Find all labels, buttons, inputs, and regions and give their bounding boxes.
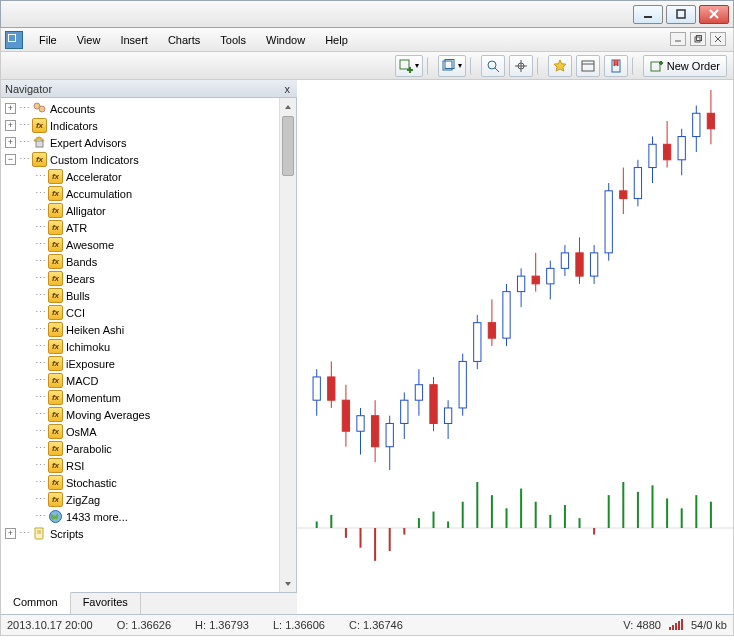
window-minimize-button[interactable] bbox=[633, 5, 663, 24]
fx-icon: fx bbox=[48, 271, 63, 286]
toolbar-bookmark-button[interactable] bbox=[604, 55, 628, 77]
menu-file[interactable]: File bbox=[29, 31, 67, 49]
mdi-minimize-button[interactable] bbox=[670, 32, 686, 46]
expand-icon[interactable]: + bbox=[5, 137, 16, 148]
window-maximize-button[interactable] bbox=[666, 5, 696, 24]
expand-icon[interactable]: + bbox=[5, 528, 16, 539]
tree-more[interactable]: ⋯1433 more... bbox=[3, 508, 278, 525]
menu-window[interactable]: Window bbox=[256, 31, 315, 49]
toolbar-add-button[interactable]: ▾ bbox=[395, 55, 423, 77]
scrollbar-down-button[interactable] bbox=[280, 575, 296, 592]
toolbar-zoom-button[interactable] bbox=[481, 55, 505, 77]
svg-rect-6 bbox=[697, 36, 702, 41]
window-close-button[interactable] bbox=[699, 5, 729, 24]
tree-indicators[interactable]: +⋯fxIndicators bbox=[3, 117, 278, 134]
navigator-tree[interactable]: +⋯Accounts+⋯fxIndicators+⋯Expert Advisor… bbox=[1, 98, 278, 592]
navigator-close-button[interactable]: x bbox=[282, 83, 294, 95]
tree-item-moving-averages[interactable]: ⋯fxMoving Averages bbox=[3, 406, 278, 423]
toolbar-crosshair-button[interactable] bbox=[509, 55, 533, 77]
toolbar-separator bbox=[470, 57, 477, 75]
svg-rect-60 bbox=[517, 276, 524, 292]
expand-icon[interactable]: + bbox=[5, 103, 16, 114]
svg-rect-80 bbox=[663, 144, 670, 160]
tree-item-parabolic[interactable]: ⋯fxParabolic bbox=[3, 440, 278, 457]
tree-item-zigzag[interactable]: ⋯fxZigZag bbox=[3, 491, 278, 508]
tree-item-macd[interactable]: ⋯fxMACD bbox=[3, 372, 278, 389]
svg-rect-44 bbox=[401, 400, 408, 423]
tree-item-atr[interactable]: ⋯fxATR bbox=[3, 219, 278, 236]
tree-item-cci[interactable]: ⋯fxCCI bbox=[3, 304, 278, 321]
toolbar-separator bbox=[427, 57, 434, 75]
status-close: C: 1.36746 bbox=[349, 619, 403, 631]
navigator-title: Navigator bbox=[5, 83, 52, 95]
tree-label: Momentum bbox=[66, 392, 121, 404]
tree-accounts[interactable]: +⋯Accounts bbox=[3, 100, 278, 117]
navigator-scrollbar[interactable] bbox=[279, 98, 296, 592]
scrollbar-thumb[interactable] bbox=[282, 116, 294, 176]
tree-item-bulls[interactable]: ⋯fxBulls bbox=[3, 287, 278, 304]
fx-icon: fx bbox=[48, 220, 63, 235]
mdi-close-button[interactable] bbox=[710, 32, 726, 46]
tree-expert-advisors[interactable]: +⋯Expert Advisors bbox=[3, 134, 278, 151]
fx-icon: fx bbox=[48, 169, 63, 184]
toolbar-separator bbox=[632, 57, 639, 75]
fx-icon: fx bbox=[48, 322, 63, 337]
tree-item-accumulation[interactable]: ⋯fxAccumulation bbox=[3, 185, 278, 202]
menu-tools[interactable]: Tools bbox=[210, 31, 256, 49]
collapse-icon[interactable]: − bbox=[5, 154, 16, 165]
svg-rect-32 bbox=[313, 377, 320, 400]
tree-item-momentum[interactable]: ⋯fxMomentum bbox=[3, 389, 278, 406]
tab-favorites[interactable]: Favorites bbox=[71, 593, 141, 614]
fx-icon: fx bbox=[48, 441, 63, 456]
fx-icon: fx bbox=[48, 373, 63, 388]
tree-item-awesome[interactable]: ⋯fxAwesome bbox=[3, 236, 278, 253]
mdi-restore-button[interactable] bbox=[690, 32, 706, 46]
window-titlebar bbox=[0, 0, 734, 28]
tree-item-iexposure[interactable]: ⋯fxiExposure bbox=[3, 355, 278, 372]
svg-rect-66 bbox=[561, 253, 568, 269]
tree-label: Parabolic bbox=[66, 443, 112, 455]
chart-area[interactable]: Edit Indicator fx AC properties... Delet… bbox=[297, 80, 733, 614]
svg-rect-84 bbox=[693, 113, 700, 136]
toolbar-new-order-button[interactable]: New Order bbox=[643, 55, 727, 77]
fx-icon: fx bbox=[48, 458, 63, 473]
tree-item-ichimoku[interactable]: ⋯fxIchimoku bbox=[3, 338, 278, 355]
tree-label: Scripts bbox=[50, 528, 84, 540]
tree-item-stochastic[interactable]: ⋯fxStochastic bbox=[3, 474, 278, 491]
tree-custom-indicators[interactable]: −⋯fxCustom Indicators bbox=[3, 151, 278, 168]
tree-scripts[interactable]: +⋯Scripts bbox=[3, 525, 278, 542]
menu-insert[interactable]: Insert bbox=[110, 31, 158, 49]
menubar: File View Insert Charts Tools Window Hel… bbox=[0, 28, 734, 52]
expand-icon[interactable]: + bbox=[5, 120, 16, 131]
script-icon bbox=[32, 526, 47, 541]
menu-help[interactable]: Help bbox=[315, 31, 358, 49]
tree-item-bears[interactable]: ⋯fxBears bbox=[3, 270, 278, 287]
svg-rect-1 bbox=[677, 10, 685, 18]
tree-label: ATR bbox=[66, 222, 87, 234]
toolbar-profile-button[interactable]: ▾ bbox=[438, 55, 466, 77]
tree-label: Accumulation bbox=[66, 188, 132, 200]
tree-item-rsi[interactable]: ⋯fxRSI bbox=[3, 457, 278, 474]
status-open: O: 1.36626 bbox=[117, 619, 171, 631]
menu-view[interactable]: View bbox=[67, 31, 111, 49]
tree-item-heiken-ashi[interactable]: ⋯fxHeiken Ashi bbox=[3, 321, 278, 338]
tree-label: Alligator bbox=[66, 205, 106, 217]
navigator-body: +⋯Accounts+⋯fxIndicators+⋯Expert Advisor… bbox=[1, 98, 297, 592]
svg-rect-76 bbox=[634, 168, 641, 199]
tree-item-alligator[interactable]: ⋯fxAlligator bbox=[3, 202, 278, 219]
scrollbar-up-button[interactable] bbox=[280, 98, 296, 115]
tree-item-osma[interactable]: ⋯fxOsMA bbox=[3, 423, 278, 440]
globe-icon bbox=[48, 509, 63, 524]
tab-common[interactable]: Common bbox=[1, 592, 71, 614]
svg-rect-74 bbox=[620, 191, 627, 199]
svg-rect-9 bbox=[400, 60, 409, 69]
tree-label: RSI bbox=[66, 460, 84, 472]
connection-icon bbox=[669, 620, 683, 630]
tree-item-bands[interactable]: ⋯fxBands bbox=[3, 253, 278, 270]
toolbar-window-button[interactable] bbox=[576, 55, 600, 77]
menu-charts[interactable]: Charts bbox=[158, 31, 210, 49]
svg-rect-56 bbox=[488, 323, 495, 339]
toolbar-favorite-button[interactable] bbox=[548, 55, 572, 77]
svg-rect-64 bbox=[547, 268, 554, 284]
tree-item-accelerator[interactable]: ⋯fxAccelerator bbox=[3, 168, 278, 185]
